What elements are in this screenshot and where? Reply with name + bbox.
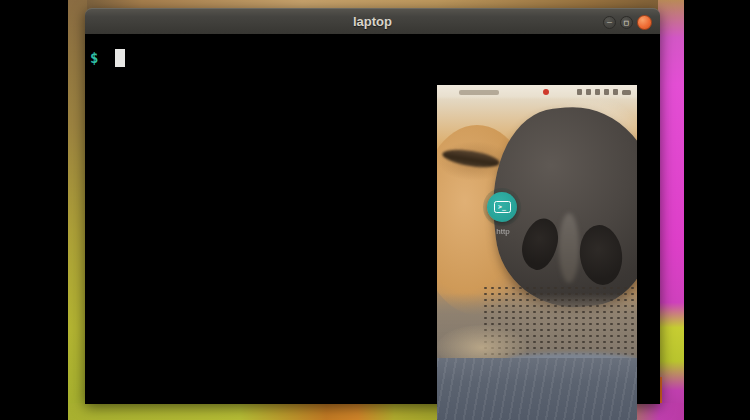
record-dot-icon (543, 89, 549, 95)
maximize-icon: ◻ (624, 19, 630, 26)
prompt-glyph: >_ (498, 204, 506, 210)
vibrate-icon (595, 89, 600, 95)
window-title: laptop (85, 14, 660, 29)
wifi-icon (604, 89, 609, 95)
cast-icon (577, 89, 582, 95)
screen: laptop ─ ◻ $ (0, 0, 750, 420)
phone-status-bar (437, 85, 637, 99)
status-right-icons (577, 89, 631, 95)
status-left-text (459, 90, 499, 95)
window-controls: ─ ◻ (603, 15, 652, 30)
terminal-cursor (115, 49, 125, 67)
notification-icon (586, 89, 591, 95)
denim-texture (437, 358, 637, 420)
titlebar[interactable]: laptop ─ ◻ (85, 8, 660, 34)
minimize-icon: ─ (607, 19, 612, 26)
dog-video-overlay: >_ http (437, 85, 637, 420)
terminal-screen-icon: >_ (494, 201, 511, 213)
signal-icon (613, 89, 618, 95)
close-button[interactable] (637, 15, 652, 30)
maximize-button[interactable]: ◻ (620, 16, 633, 29)
minimize-button[interactable]: ─ (603, 16, 616, 29)
terminal-bubble-button[interactable]: >_ (487, 192, 517, 222)
shell-prompt: $ (90, 50, 98, 66)
battery-icon (622, 90, 631, 95)
dog-photo (437, 85, 637, 420)
bubble-label: http (475, 227, 531, 236)
wallpaper-right-strip (658, 0, 684, 420)
dog-nose-bridge (559, 213, 579, 283)
